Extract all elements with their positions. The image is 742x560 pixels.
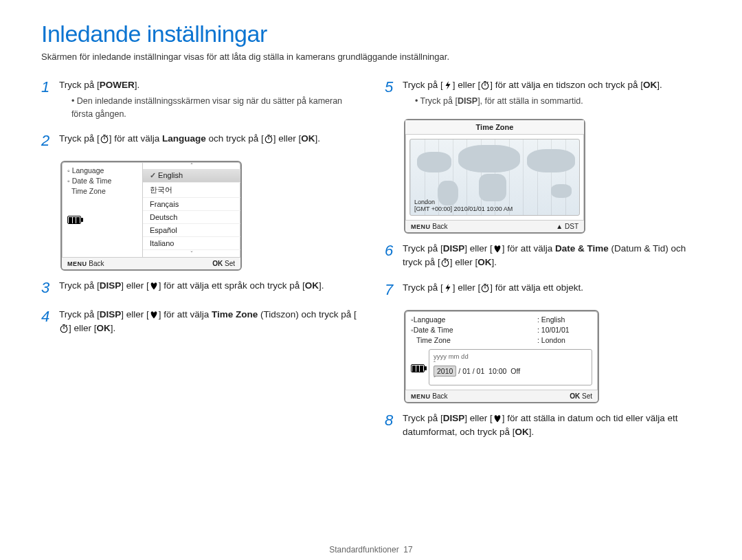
flash-icon: [443, 283, 453, 293]
left-column: 1 Tryck på [POWER]. Den inledande instäl…: [41, 78, 357, 450]
step-2: 2 Tryck på [] för att välja Language och…: [41, 132, 357, 150]
lang-option-english[interactable]: English: [143, 169, 240, 183]
language-screenshot: ◦ Language ◦ Date & Time Time Zone ˆ Eng…: [60, 161, 242, 271]
lang-option-spanish[interactable]: Español: [143, 224, 240, 237]
year-field[interactable]: 2010: [434, 366, 456, 377]
step-7: 7 Tryck på [] eller [] för att välja ett…: [385, 281, 701, 299]
timezone-screenshot: Time Zone London [GMT +00:00] 2010/01/01…: [404, 119, 585, 234]
scroll-up-icon: ˆ: [143, 162, 240, 169]
scroll-down-icon: ˇ: [143, 250, 240, 257]
timer-icon: [440, 258, 450, 267]
timer-icon: [100, 134, 109, 144]
flash-icon: [443, 80, 453, 90]
page-footer: Standardfunktioner 17: [0, 545, 742, 555]
right-column: 5 Tryck på [] eller [] för att välja en …: [385, 78, 701, 450]
page-subtitle: Skärmen för inledande inställningar visa…: [41, 52, 701, 62]
lang-option-italian[interactable]: Italiano: [143, 237, 240, 250]
step-8: 8 Tryck på [DISP] eller [] för att ställ…: [385, 412, 701, 440]
world-map: London [GMT +00:00] 2010/01/01 10:00 AM: [409, 139, 580, 216]
macro-icon: [493, 414, 502, 423]
step-5: 5 Tryck på [] eller [] för att välja en …: [385, 78, 701, 108]
timer-icon: [480, 80, 490, 90]
step-1-bullet: Den inledande inställningsskärmen visar …: [71, 95, 357, 121]
step-number: 1: [41, 78, 56, 96]
step-6: 6 Tryck på [DISP] eller [] för att välja…: [385, 242, 701, 270]
battery-icon: [411, 364, 425, 372]
lang-option-korean[interactable]: 한국어: [143, 183, 240, 198]
step-5-bullet: Tryck på [DISP], för att ställa in somma…: [415, 95, 701, 108]
datetime-screenshot: ◦ Language: English ◦ Date & Time: 10/01…: [404, 310, 599, 403]
timer-icon: [264, 134, 273, 144]
timer-icon: [59, 324, 69, 333]
macro-icon: [493, 244, 502, 254]
macro-icon: [149, 281, 159, 291]
step-1: 1 Tryck på [POWER]. Den inledande instäl…: [41, 78, 357, 121]
power-button-label: POWER: [100, 80, 135, 90]
page-title: Inledande inställningar: [41, 21, 701, 47]
battery-icon: [67, 216, 81, 224]
timer-icon: [480, 283, 490, 293]
macro-icon: [149, 310, 159, 320]
step-4: 4 Tryck på [DISP] eller [] för att välja…: [41, 308, 357, 336]
lang-option-german[interactable]: Deutsch: [143, 211, 240, 224]
lang-option-french[interactable]: Français: [143, 198, 240, 211]
step-3: 3 Tryck på [DISP] eller [] för att välja…: [41, 279, 357, 297]
